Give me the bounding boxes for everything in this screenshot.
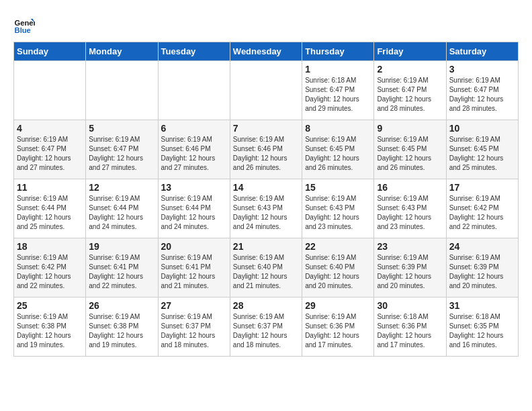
day-number: 9: [377, 123, 443, 134]
day-number: 22: [305, 241, 371, 252]
day-number: 14: [233, 182, 299, 193]
calendar-cell: 24Sunrise: 6:19 AM Sunset: 6:39 PM Dayli…: [446, 238, 518, 298]
day-info: Sunrise: 6:19 AM Sunset: 6:46 PM Dayligh…: [161, 135, 227, 173]
calendar-cell: 26Sunrise: 6:19 AM Sunset: 6:38 PM Dayli…: [86, 298, 158, 357]
day-info: Sunrise: 6:18 AM Sunset: 6:47 PM Dayligh…: [305, 76, 371, 113]
calendar-cell: 31Sunrise: 6:18 AM Sunset: 6:35 PM Dayli…: [446, 298, 518, 357]
day-info: Sunrise: 6:19 AM Sunset: 6:47 PM Dayligh…: [89, 135, 154, 173]
day-info: Sunrise: 6:19 AM Sunset: 6:44 PM Dayligh…: [17, 194, 83, 232]
day-number: 19: [89, 241, 154, 252]
day-number: 28: [233, 300, 299, 311]
day-number: 29: [305, 300, 371, 311]
day-info: Sunrise: 6:19 AM Sunset: 6:41 PM Dayligh…: [161, 253, 227, 291]
day-number: 27: [161, 300, 227, 311]
day-number: 16: [377, 182, 443, 193]
day-info: Sunrise: 6:19 AM Sunset: 6:40 PM Dayligh…: [233, 253, 299, 291]
day-number: 6: [161, 123, 227, 134]
calendar-cell: [158, 61, 230, 120]
calendar-week-row: 18Sunrise: 6:19 AM Sunset: 6:42 PM Dayli…: [14, 238, 519, 298]
day-number: 11: [17, 182, 83, 193]
day-number: 15: [305, 182, 371, 193]
day-number: 18: [17, 241, 83, 252]
day-info: Sunrise: 6:19 AM Sunset: 6:40 PM Dayligh…: [305, 253, 371, 291]
day-number: 31: [449, 300, 515, 311]
calendar-cell: 19Sunrise: 6:19 AM Sunset: 6:41 PM Dayli…: [86, 238, 158, 298]
day-info: Sunrise: 6:19 AM Sunset: 6:38 PM Dayligh…: [17, 312, 83, 350]
calendar-cell: 29Sunrise: 6:19 AM Sunset: 6:36 PM Dayli…: [302, 298, 374, 357]
calendar-cell: 22Sunrise: 6:19 AM Sunset: 6:40 PM Dayli…: [302, 238, 374, 298]
calendar-cell: 8Sunrise: 6:19 AM Sunset: 6:45 PM Daylig…: [302, 120, 374, 179]
day-number: 21: [233, 241, 299, 252]
calendar-cell: 23Sunrise: 6:19 AM Sunset: 6:39 PM Dayli…: [374, 238, 446, 298]
day-number: 26: [89, 300, 154, 311]
day-number: 20: [161, 241, 227, 252]
day-info: Sunrise: 6:19 AM Sunset: 6:41 PM Dayligh…: [89, 253, 154, 291]
day-number: 7: [233, 123, 299, 134]
day-info: Sunrise: 6:19 AM Sunset: 6:43 PM Dayligh…: [377, 194, 443, 232]
calendar-cell: 5Sunrise: 6:19 AM Sunset: 6:47 PM Daylig…: [86, 120, 158, 179]
day-info: Sunrise: 6:19 AM Sunset: 6:37 PM Dayligh…: [161, 312, 227, 350]
day-header-friday: Friday: [374, 42, 446, 61]
day-info: Sunrise: 6:19 AM Sunset: 6:39 PM Dayligh…: [377, 253, 443, 291]
day-number: 23: [377, 241, 443, 252]
day-number: 12: [89, 182, 154, 193]
calendar-cell: 20Sunrise: 6:19 AM Sunset: 6:41 PM Dayli…: [158, 238, 230, 298]
day-info: Sunrise: 6:19 AM Sunset: 6:45 PM Dayligh…: [377, 135, 443, 173]
svg-text:Blue: Blue: [15, 26, 31, 34]
day-header-tuesday: Tuesday: [158, 42, 230, 61]
calendar-cell: 10Sunrise: 6:19 AM Sunset: 6:45 PM Dayli…: [446, 120, 518, 179]
calendar-cell: 30Sunrise: 6:18 AM Sunset: 6:36 PM Dayli…: [374, 298, 446, 357]
day-number: 4: [17, 123, 83, 134]
calendar-cell: 17Sunrise: 6:19 AM Sunset: 6:42 PM Dayli…: [446, 179, 518, 238]
calendar-week-row: 11Sunrise: 6:19 AM Sunset: 6:44 PM Dayli…: [14, 179, 519, 238]
day-info: Sunrise: 6:19 AM Sunset: 6:36 PM Dayligh…: [305, 312, 371, 350]
calendar-cell: 3Sunrise: 6:19 AM Sunset: 6:47 PM Daylig…: [446, 61, 518, 120]
logo: General Blue: [13, 13, 38, 35]
calendar-cell: 11Sunrise: 6:19 AM Sunset: 6:44 PM Dayli…: [14, 179, 86, 238]
logo-icon: General Blue: [13, 13, 35, 35]
calendar-cell: 4Sunrise: 6:19 AM Sunset: 6:47 PM Daylig…: [14, 120, 86, 179]
calendar-header-row: SundayMondayTuesdayWednesdayThursdayFrid…: [14, 42, 519, 61]
page-header: General Blue: [13, 13, 519, 35]
day-info: Sunrise: 6:19 AM Sunset: 6:46 PM Dayligh…: [233, 135, 299, 173]
day-number: 25: [17, 300, 83, 311]
day-info: Sunrise: 6:19 AM Sunset: 6:44 PM Dayligh…: [161, 194, 227, 232]
day-header-sunday: Sunday: [14, 42, 86, 61]
calendar-cell: 12Sunrise: 6:19 AM Sunset: 6:44 PM Dayli…: [86, 179, 158, 238]
day-header-saturday: Saturday: [446, 42, 518, 61]
day-info: Sunrise: 6:18 AM Sunset: 6:35 PM Dayligh…: [449, 312, 515, 350]
day-header-monday: Monday: [86, 42, 158, 61]
calendar-cell: 25Sunrise: 6:19 AM Sunset: 6:38 PM Dayli…: [14, 298, 86, 357]
calendar-cell: 18Sunrise: 6:19 AM Sunset: 6:42 PM Dayli…: [14, 238, 86, 298]
day-number: 5: [89, 123, 154, 134]
calendar-week-row: 4Sunrise: 6:19 AM Sunset: 6:47 PM Daylig…: [14, 120, 519, 179]
day-info: Sunrise: 6:19 AM Sunset: 6:47 PM Dayligh…: [17, 135, 83, 173]
calendar-cell: 13Sunrise: 6:19 AM Sunset: 6:44 PM Dayli…: [158, 179, 230, 238]
day-info: Sunrise: 6:19 AM Sunset: 6:45 PM Dayligh…: [305, 135, 371, 173]
day-number: 17: [449, 182, 515, 193]
day-info: Sunrise: 6:19 AM Sunset: 6:44 PM Dayligh…: [89, 194, 154, 232]
day-info: Sunrise: 6:19 AM Sunset: 6:43 PM Dayligh…: [233, 194, 299, 232]
calendar-cell: 7Sunrise: 6:19 AM Sunset: 6:46 PM Daylig…: [230, 120, 302, 179]
day-number: 3: [449, 64, 515, 75]
calendar-cell: 6Sunrise: 6:19 AM Sunset: 6:46 PM Daylig…: [158, 120, 230, 179]
calendar-table: SundayMondayTuesdayWednesdayThursdayFrid…: [13, 42, 519, 357]
calendar-cell: 9Sunrise: 6:19 AM Sunset: 6:45 PM Daylig…: [374, 120, 446, 179]
day-info: Sunrise: 6:18 AM Sunset: 6:36 PM Dayligh…: [377, 312, 443, 350]
day-number: 24: [449, 241, 515, 252]
day-info: Sunrise: 6:19 AM Sunset: 6:43 PM Dayligh…: [305, 194, 371, 232]
day-number: 30: [377, 300, 443, 311]
day-info: Sunrise: 6:19 AM Sunset: 6:47 PM Dayligh…: [449, 76, 515, 113]
calendar-cell: 16Sunrise: 6:19 AM Sunset: 6:43 PM Dayli…: [374, 179, 446, 238]
calendar-cell: [86, 61, 158, 120]
calendar-cell: 2Sunrise: 6:19 AM Sunset: 6:47 PM Daylig…: [374, 61, 446, 120]
calendar-cell: 15Sunrise: 6:19 AM Sunset: 6:43 PM Dayli…: [302, 179, 374, 238]
calendar-cell: 14Sunrise: 6:19 AM Sunset: 6:43 PM Dayli…: [230, 179, 302, 238]
day-number: 8: [305, 123, 371, 134]
day-info: Sunrise: 6:19 AM Sunset: 6:42 PM Dayligh…: [449, 194, 515, 232]
day-number: 1: [305, 64, 371, 75]
day-info: Sunrise: 6:19 AM Sunset: 6:37 PM Dayligh…: [233, 312, 299, 350]
calendar-cell: [230, 61, 302, 120]
day-number: 10: [449, 123, 515, 134]
day-info: Sunrise: 6:19 AM Sunset: 6:45 PM Dayligh…: [449, 135, 515, 173]
